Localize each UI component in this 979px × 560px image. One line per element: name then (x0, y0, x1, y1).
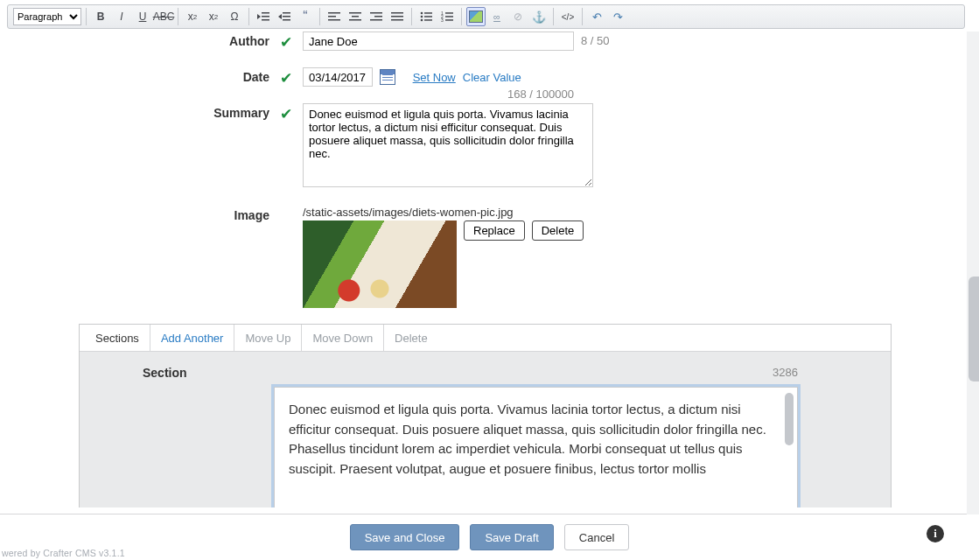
svg-rect-2 (262, 19, 269, 21)
field-author: Author ✔ 8 / 50 (79, 32, 892, 52)
align-left-button[interactable] (325, 7, 344, 26)
svg-rect-16 (370, 19, 382, 21)
delete-section-button[interactable]: Delete (384, 325, 438, 351)
section-editor[interactable]: Donec euismod et ligula quis porta. Viva… (274, 387, 798, 508)
bold-button[interactable]: B (91, 7, 110, 26)
align-center-button[interactable] (346, 7, 365, 26)
move-up-button[interactable]: Move Up (234, 325, 302, 351)
form-area: Author ✔ 8 / 50 Date ✔ Set Now Clear Val… (79, 32, 892, 508)
svg-rect-12 (352, 16, 359, 18)
svg-marker-7 (278, 14, 282, 19)
save-draft-button[interactable]: Save Draft (470, 524, 553, 550)
indent-button[interactable] (275, 7, 294, 26)
align-justify-button[interactable] (388, 7, 407, 26)
cancel-button[interactable]: Cancel (564, 524, 629, 550)
strike-button[interactable]: ABC (154, 7, 173, 26)
insert-link-button[interactable]: ∞ (487, 7, 507, 26)
sections-tabs: Sections Add Another Move Up Move Down D… (80, 325, 891, 352)
window-scrollbar[interactable] (967, 32, 979, 514)
svg-rect-5 (283, 16, 290, 18)
blockquote-button[interactable]: “ (296, 7, 315, 26)
svg-rect-30 (445, 16, 453, 18)
author-counter: 8 / 50 (581, 34, 610, 47)
svg-rect-17 (391, 12, 403, 14)
svg-rect-0 (262, 12, 269, 14)
scrollbar-thumb[interactable] (969, 276, 979, 382)
svg-text:3: 3 (441, 18, 444, 23)
underline-button[interactable]: U (133, 7, 152, 26)
rte-toolbar: Paragraph B I U ABC x2 x2 Ω “ 123 ∞ ⊘ ⚓ … (7, 4, 965, 29)
clear-value-link[interactable]: Clear Value (463, 71, 521, 84)
svg-point-22 (421, 19, 423, 22)
author-label: Author (79, 32, 280, 48)
summary-counter: 168 / 100000 (507, 88, 574, 101)
summary-textarea[interactable] (303, 103, 593, 187)
bullet-list-button[interactable] (416, 7, 436, 26)
date-input[interactable] (303, 67, 373, 87)
svg-rect-31 (445, 19, 453, 21)
svg-rect-8 (328, 12, 340, 14)
svg-rect-24 (424, 16, 432, 18)
section-count: 3286 (773, 366, 868, 379)
date-label: Date (79, 67, 280, 84)
field-summary: Summary ✔ 168 / 100000 (79, 103, 892, 190)
italic-button[interactable]: I (112, 7, 131, 26)
undo-button[interactable]: ↶ (587, 7, 606, 26)
image-path: /static-assets/images/diets-women-pic.jp… (303, 206, 892, 219)
number-list-button[interactable]: 123 (437, 7, 457, 26)
valid-check-icon: ✔ (280, 67, 303, 88)
subscript-button[interactable]: x2 (183, 7, 202, 26)
save-and-close-button[interactable]: Save and Close (350, 524, 460, 550)
footer-text: wered by Crafter CMS v3.1.1 (2, 548, 125, 558)
format-select[interactable]: Paragraph (13, 8, 81, 25)
calendar-icon[interactable] (380, 69, 395, 85)
svg-rect-10 (328, 19, 340, 21)
svg-rect-6 (283, 19, 290, 21)
image-thumbnail (303, 220, 457, 308)
superscript-button[interactable]: x2 (204, 7, 223, 26)
author-input[interactable] (303, 32, 574, 51)
set-now-link[interactable]: Set Now (413, 71, 456, 84)
valid-check-icon: ✔ (280, 32, 303, 52)
svg-rect-15 (374, 16, 382, 18)
align-right-button[interactable] (367, 7, 386, 26)
replace-image-button[interactable]: Replace (464, 220, 525, 241)
outdent-button[interactable] (254, 7, 273, 26)
sections-title: Sections (85, 325, 150, 351)
info-icon[interactable]: i (927, 525, 944, 542)
svg-rect-1 (262, 16, 269, 18)
action-bar: Save and Close Save Draft Cancel (0, 514, 979, 560)
svg-rect-9 (328, 16, 336, 18)
delete-image-button[interactable]: Delete (532, 220, 584, 241)
summary-label: Summary (79, 103, 280, 120)
redo-button[interactable]: ↷ (608, 7, 627, 26)
svg-rect-23 (424, 12, 432, 14)
special-char-button[interactable]: Ω (225, 7, 244, 26)
add-another-button[interactable]: Add Another (150, 325, 235, 351)
section-label: Section (102, 366, 272, 380)
code-button[interactable]: </> (558, 7, 577, 26)
svg-rect-14 (370, 12, 382, 14)
svg-rect-25 (424, 19, 432, 21)
section-content[interactable]: Donec euismod et ligula quis porta. Viva… (289, 400, 788, 479)
unlink-button[interactable]: ⊘ (508, 7, 528, 26)
move-down-button[interactable]: Move Down (302, 325, 384, 351)
anchor-button[interactable]: ⚓ (529, 7, 549, 26)
field-image: Image /static-assets/images/diets-women-… (79, 206, 892, 308)
valid-check-icon: ✔ (280, 103, 303, 123)
svg-rect-4 (283, 12, 290, 14)
sections-box: Sections Add Another Move Up Move Down D… (79, 324, 892, 508)
image-label: Image (79, 206, 280, 222)
field-date: Date ✔ Set Now Clear Value (79, 67, 892, 88)
svg-point-21 (421, 16, 423, 18)
svg-marker-3 (257, 14, 261, 19)
svg-rect-19 (391, 19, 403, 21)
editor-scrollbar[interactable] (785, 393, 794, 445)
svg-point-20 (421, 12, 423, 15)
svg-rect-13 (349, 19, 361, 21)
svg-rect-18 (391, 16, 403, 18)
insert-image-button[interactable] (466, 7, 486, 26)
svg-rect-29 (445, 12, 453, 14)
svg-rect-11 (349, 12, 361, 14)
